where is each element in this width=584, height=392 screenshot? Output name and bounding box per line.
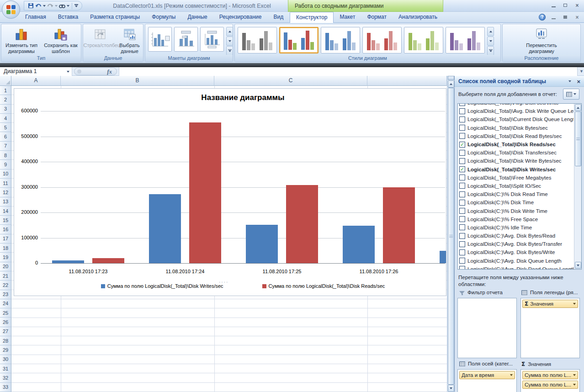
field-checkbox[interactable] <box>459 241 465 247</box>
find-icon[interactable] <box>59 3 65 9</box>
chart-bar-series1-cat1[interactable] <box>52 260 84 263</box>
field-checkbox[interactable] <box>459 183 465 189</box>
values-zone[interactable]: Сумма по полю L...Сумма по полю L... <box>520 369 580 392</box>
field-checkbox[interactable]: ✓ <box>459 166 465 172</box>
row-header-1[interactable]: 1 <box>0 86 11 95</box>
row-header-6[interactable]: 6 <box>0 132 11 141</box>
restore-button[interactable] <box>561 2 569 9</box>
row-header-25[interactable]: 25 <box>0 308 11 318</box>
row-header-32[interactable]: 32 <box>0 373 11 382</box>
styles-scroll-up-icon[interactable] <box>487 27 494 36</box>
fx-icon[interactable]: fx <box>107 68 112 75</box>
formula-input[interactable] <box>119 67 578 76</box>
row-header-15[interactable]: 15 <box>0 216 11 225</box>
row-header-9[interactable]: 9 <box>0 160 11 169</box>
row-header-17[interactable]: 17 <box>0 234 11 244</box>
row-header-5[interactable]: 5 <box>0 123 11 132</box>
row-header-28[interactable]: 28 <box>0 336 11 345</box>
row-header-20[interactable]: 20 <box>0 262 11 271</box>
row-header-24[interactable]: 24 <box>0 299 11 308</box>
undo-icon[interactable] <box>35 3 42 9</box>
row-header-4[interactable]: 4 <box>0 114 11 123</box>
scroll-up-icon[interactable] <box>448 80 454 88</box>
row-header-29[interactable]: 29 <box>0 345 11 355</box>
chart-layout-2[interactable] <box>174 27 198 52</box>
tab-Вид[interactable]: Вид <box>267 12 289 23</box>
row-header-33[interactable]: 33 <box>0 383 11 392</box>
tab-Макет[interactable]: Макет <box>334 12 361 23</box>
pane-view-selector-button[interactable] <box>563 89 579 100</box>
field-item[interactable]: ✓LogicalDisk(_Total)\Disk Reads/sec <box>459 140 573 148</box>
row-header-14[interactable]: 14 <box>0 207 11 216</box>
field-item[interactable]: LogicalDisk(C:)\Avg. Disk Queue Length <box>459 257 573 265</box>
field-checkbox[interactable] <box>459 158 465 164</box>
change-chart-type-button[interactable]: Изменить тип диаграммы <box>2 24 41 54</box>
axis-fields-zone[interactable]: Дата и время <box>457 369 517 392</box>
field-item[interactable]: LogicalDisk(C:)\Avg. Disk Bytes/Transfer <box>459 240 573 248</box>
field-checkbox[interactable] <box>459 175 465 180</box>
row-header-12[interactable]: 12 <box>0 188 11 197</box>
field-item[interactable]: LogicalDisk(C:)\% Idle Time <box>459 223 573 232</box>
field-item[interactable]: LogicalDisk(C:)\% Disk Read Time <box>459 190 573 198</box>
scroll-down-icon[interactable] <box>448 385 454 392</box>
chart-bar-series2-cat4[interactable] <box>383 187 415 264</box>
zone-field-dropdown-icon[interactable] <box>573 384 576 386</box>
legend-entry[interactable]: Сумма по полю LogicalDisk(_Total)\Disk W… <box>101 283 223 289</box>
field-item[interactable]: LogicalDisk(C:)\Avg. Disk Bytes/Write <box>459 248 573 256</box>
zone-field-dropdown-icon[interactable] <box>573 303 576 305</box>
field-checkbox[interactable] <box>459 150 465 156</box>
styles-more-icon[interactable] <box>487 46 494 55</box>
layouts-scroll-up-icon[interactable] <box>226 27 233 36</box>
layouts-more-icon[interactable] <box>226 46 233 55</box>
field-checkbox[interactable] <box>459 233 465 239</box>
row-header-8[interactable]: 8 <box>0 151 11 160</box>
column-header-C[interactable]: C <box>214 76 367 86</box>
field-item[interactable]: LogicalDisk(_Total)\Disk Read Bytes/sec <box>459 132 573 140</box>
field-item[interactable]: LogicalDisk(_Total)\Split IO/Sec <box>459 182 573 190</box>
row-header-13[interactable]: 13 <box>0 197 11 207</box>
chart-style-3[interactable] <box>321 27 360 53</box>
field-checkbox[interactable]: ✓ <box>459 142 465 148</box>
zone-field-button[interactable]: Сумма по полю L... <box>522 381 578 389</box>
field-checkbox[interactable] <box>459 191 465 197</box>
field-item[interactable]: LogicalDisk(_Total)\Disk Bytes/sec <box>459 124 573 132</box>
chart-layout-1[interactable] <box>148 27 172 52</box>
chart-style-5[interactable] <box>404 27 443 53</box>
legend-entry[interactable]: Сумма по полю LogicalDisk(_Total)\Disk R… <box>262 283 385 289</box>
row-header-22[interactable]: 22 <box>0 281 11 290</box>
chart-bar-series2-cat2[interactable] <box>189 122 221 263</box>
field-item[interactable]: LogicalDisk(C:)\Avg. Disk Read Queue Len… <box>459 265 573 270</box>
row-header-18[interactable]: 18 <box>0 244 11 253</box>
chart-bar-series1-cat5[interactable] <box>440 251 446 263</box>
field-checkbox[interactable] <box>459 117 465 122</box>
zone-field-dropdown-icon[interactable] <box>510 374 513 376</box>
field-checkbox[interactable] <box>459 103 465 106</box>
field-list-scrollbar[interactable] <box>574 104 581 269</box>
field-checkbox[interactable] <box>459 208 465 214</box>
zone-field-dropdown-icon[interactable] <box>573 374 576 376</box>
row-header-7[interactable]: 7 <box>0 142 11 151</box>
tab-Формат[interactable]: Формат <box>361 12 393 23</box>
vertical-scrollbar[interactable] <box>447 76 454 392</box>
field-item[interactable]: ✓LogicalDisk(_Total)\Disk Writes/sec <box>459 165 573 174</box>
tab-Данные[interactable]: Данные <box>181 12 213 23</box>
field-item[interactable]: LogicalDisk(_Total)\Disk Write Bytes/sec <box>459 157 573 165</box>
field-item[interactable]: LogicalDisk(C:)\% Disk Time <box>459 198 573 207</box>
field-item[interactable]: LogicalDisk(_Total)\Current Disk Queue L… <box>459 115 573 123</box>
field-list-scroll-up-icon[interactable] <box>575 104 581 111</box>
qat-customize-icon[interactable] <box>74 4 78 7</box>
name-box-dropdown-icon[interactable] <box>64 67 72 76</box>
undo-dropdown-icon[interactable] <box>43 5 46 7</box>
redo-dropdown-icon[interactable] <box>55 5 58 7</box>
column-header-d[interactable] <box>367 76 447 86</box>
pane-options-dropdown-icon[interactable] <box>568 80 571 82</box>
field-checkbox[interactable] <box>459 216 465 222</box>
field-checkbox[interactable] <box>459 200 465 206</box>
field-item[interactable]: LogicalDisk(_Total)\Disk Transfers/sec <box>459 148 573 157</box>
chart-style-1[interactable] <box>238 27 277 53</box>
row-column-button[interactable]: Строка/столбец <box>84 24 117 48</box>
chart-bar-series1-cat3[interactable] <box>246 225 278 263</box>
row-header-10[interactable]: 10 <box>0 170 11 179</box>
styles-scroll-down-icon[interactable] <box>487 37 494 46</box>
tab-Анализировать[interactable]: Анализировать <box>393 12 443 23</box>
